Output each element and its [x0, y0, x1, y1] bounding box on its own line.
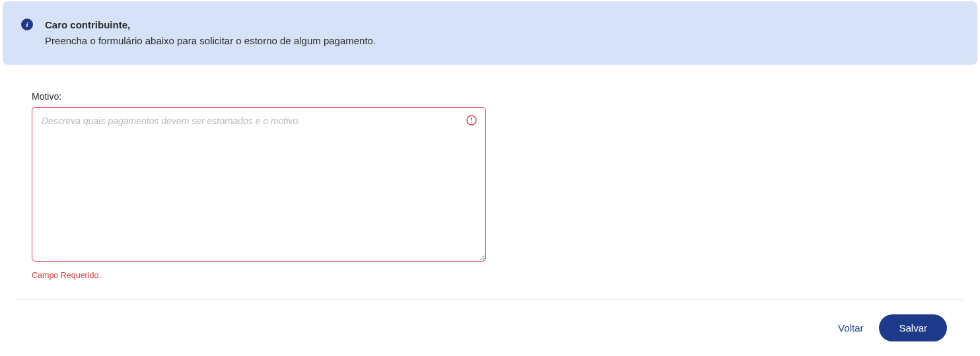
- alert-title: Caro contribuinte,: [45, 19, 130, 30]
- motivo-field-wrapper: Motivo: Campo Requerido.: [32, 91, 486, 280]
- alert-text: Caro contribuinte, Preencha o formulário…: [45, 17, 376, 49]
- motivo-textarea-wrapper: [32, 107, 486, 264]
- motivo-textarea[interactable]: [32, 107, 486, 262]
- alert-body: Preencha o formulário abaixo para solici…: [45, 35, 376, 46]
- form-area: Motivo: Campo Requerido.: [0, 65, 980, 299]
- info-icon: i: [21, 18, 33, 30]
- motivo-label: Motivo:: [32, 91, 486, 102]
- back-button[interactable]: Voltar: [838, 322, 863, 334]
- info-alert: i Caro contribuinte, Preencha o formulár…: [3, 1, 977, 65]
- save-button[interactable]: Salvar: [879, 314, 947, 341]
- motivo-error-message: Campo Requerido.: [32, 271, 486, 280]
- action-bar: Voltar Salvar: [0, 300, 980, 356]
